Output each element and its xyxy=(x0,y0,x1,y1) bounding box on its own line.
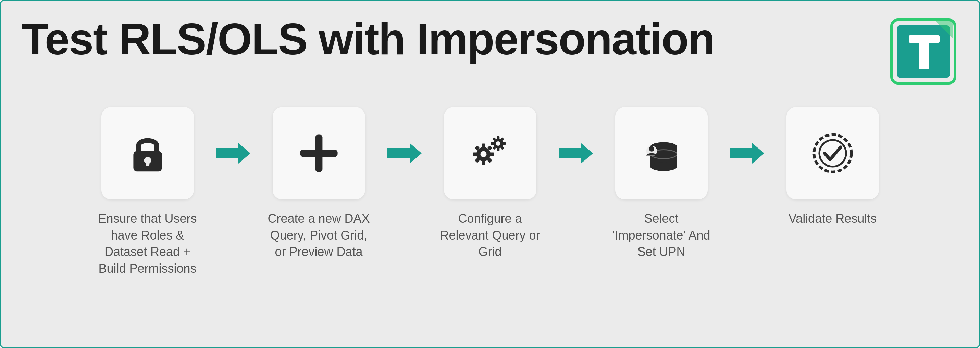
svg-rect-3 xyxy=(919,35,929,70)
svg-point-35 xyxy=(650,162,677,171)
svg-marker-39 xyxy=(730,143,764,164)
step-3-icon-box xyxy=(444,107,536,199)
steps-row: Ensure that Users have Roles & Dataset R… xyxy=(22,107,958,330)
app-logo xyxy=(890,18,958,87)
arrow-4 xyxy=(730,107,764,177)
arrow-3 xyxy=(559,107,593,177)
svg-rect-17 xyxy=(473,152,477,156)
step-2: Create a new DAX Query, Pivot Grid, or P… xyxy=(254,107,384,260)
step-1: Ensure that Users have Roles & Dataset R… xyxy=(83,107,213,277)
svg-rect-16 xyxy=(490,152,494,156)
svg-rect-26 xyxy=(502,142,506,145)
svg-rect-10 xyxy=(300,150,337,157)
lock-icon xyxy=(126,131,170,176)
step-5-icon-box xyxy=(786,107,879,199)
gears-icon xyxy=(468,131,512,176)
page-title: Test RLS/OLS with Impersonation xyxy=(22,15,714,64)
arrow-1 xyxy=(216,107,250,177)
svg-rect-24 xyxy=(497,136,500,139)
step-2-label: Create a new DAX Query, Pivot Grid, or P… xyxy=(267,210,370,260)
svg-rect-14 xyxy=(482,143,485,148)
svg-point-38 xyxy=(649,146,654,152)
step-5: Validate Results xyxy=(768,107,898,227)
checkmark-icon xyxy=(810,131,855,176)
svg-marker-8 xyxy=(216,143,250,164)
header-row: Test RLS/OLS with Impersonation xyxy=(22,15,958,87)
svg-marker-32 xyxy=(559,143,593,164)
database-user-icon xyxy=(639,131,684,176)
arrow-2 xyxy=(387,107,422,177)
svg-point-23 xyxy=(496,141,500,146)
svg-rect-25 xyxy=(497,147,500,151)
page-container: Test RLS/OLS with Impersonation xyxy=(0,0,980,348)
step-1-icon-box xyxy=(102,107,194,199)
svg-rect-7 xyxy=(146,161,149,166)
step-2-icon-box xyxy=(273,107,365,199)
plus-icon xyxy=(297,131,341,176)
step-5-label: Validate Results xyxy=(789,210,877,227)
svg-marker-11 xyxy=(387,143,422,164)
step-4-icon-box xyxy=(615,107,708,199)
svg-point-13 xyxy=(480,151,487,157)
svg-rect-15 xyxy=(482,160,485,165)
step-3: Configure a Relevant Query or Grid xyxy=(425,107,555,260)
svg-rect-27 xyxy=(490,142,494,145)
step-4: Select 'Impersonate' And Set UPN xyxy=(597,107,727,260)
step-4-label: Select 'Impersonate' And Set UPN xyxy=(610,210,713,260)
step-1-label: Ensure that Users have Roles & Dataset R… xyxy=(96,210,199,277)
step-3-label: Configure a Relevant Query or Grid xyxy=(439,210,542,260)
